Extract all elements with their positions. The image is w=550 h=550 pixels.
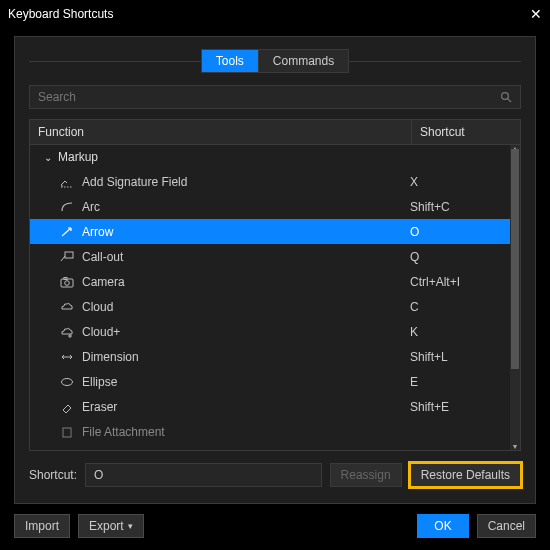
row-label: Cloud+ [82,325,410,339]
dimension-icon [58,351,76,363]
tabbar: Tools Commands [29,49,521,73]
table-row[interactable]: Dimension Shift+L [30,344,510,369]
table-row[interactable]: Arc Shift+C [30,194,510,219]
table-body: ⌄ Markup Add Signature Field X Arc Shift… [30,145,520,450]
row-container: ⌄ Markup Add Signature Field X Arc Shift… [30,145,510,450]
scrollbar[interactable]: ▴ ▾ [510,145,520,450]
row-shortcut: O [410,225,502,239]
row-shortcut: Shift+E [410,400,502,414]
camera-icon [58,276,76,288]
svg-point-12 [62,378,73,385]
reassign-button[interactable]: Reassign [330,463,402,487]
row-shortcut: Shift+C [410,200,502,214]
table-row[interactable]: Call-out Q [30,244,510,269]
table-row[interactable]: Camera Ctrl+Alt+I [30,269,510,294]
row-label: Arrow [82,225,410,239]
import-button[interactable]: Import [14,514,70,538]
row-label: Call-out [82,250,410,264]
export-button[interactable]: Export ▾ [78,514,144,538]
table-row[interactable]: Arrow O [30,219,510,244]
table-row[interactable]: Eraser Shift+E [30,394,510,419]
tab-group: Tools Commands [201,49,349,73]
scroll-down-icon[interactable]: ▾ [510,442,520,450]
cloud-plus-icon [58,326,76,338]
scroll-thumb[interactable] [511,149,519,369]
row-label: Arc [82,200,410,214]
row-label: Ellipse [82,375,410,389]
shortcut-editor: Shortcut: Reassign Restore Defaults [29,463,521,487]
chevron-down-icon: ▾ [128,521,133,531]
tab-tools[interactable]: Tools [202,50,258,72]
shortcut-label: Shortcut: [29,468,77,482]
close-icon[interactable]: ✕ [530,6,542,22]
table-row[interactable]: Cloud+ K [30,319,510,344]
column-shortcut[interactable]: Shortcut [412,120,520,144]
shortcut-table: Function Shortcut ⌄ Markup Add Signature… [29,119,521,451]
callout-icon [58,251,76,263]
titlebar: Keyboard Shortcuts ✕ [0,0,550,28]
svg-line-3 [62,228,71,236]
eraser-icon [58,401,76,413]
main-panel: Tools Commands Function Shortcut ⌄ Marku… [14,36,536,504]
dialog-title: Keyboard Shortcuts [8,7,113,21]
arrow-icon [58,226,76,238]
group-label: Markup [58,150,98,164]
row-shortcut: K [410,325,502,339]
arc-icon [58,201,76,213]
row-label: Cloud [82,300,410,314]
search-input[interactable] [38,90,500,104]
chevron-down-icon: ⌄ [44,152,52,163]
row-shortcut: Shift+L [410,350,502,364]
attachment-icon [58,426,76,438]
table-header: Function Shortcut [30,120,520,145]
tab-commands[interactable]: Commands [258,50,348,72]
row-shortcut: Q [410,250,502,264]
svg-point-0 [502,93,509,100]
row-label: Eraser [82,400,410,414]
restore-defaults-button[interactable]: Restore Defaults [410,463,521,487]
ellipse-icon [58,376,76,388]
export-label: Export [89,519,124,533]
table-row[interactable]: Ellipse E [30,369,510,394]
svg-rect-4 [65,252,73,258]
row-shortcut: Ctrl+Alt+I [410,275,502,289]
row-label: Add Signature Field [82,175,410,189]
column-function[interactable]: Function [30,120,412,144]
row-label: Camera [82,275,410,289]
row-shortcut: X [410,175,502,189]
row-label: Dimension [82,350,410,364]
row-shortcut: C [410,300,502,314]
svg-line-5 [61,256,65,261]
search-box[interactable] [29,85,521,109]
shortcut-input[interactable] [85,463,322,487]
table-row[interactable]: Cloud C [30,294,510,319]
table-row[interactable]: Add Signature Field X [30,169,510,194]
group-markup[interactable]: ⌄ Markup [30,145,510,169]
svg-rect-13 [63,428,71,437]
svg-line-1 [508,99,511,102]
cancel-button[interactable]: Cancel [477,514,536,538]
cloud-icon [58,301,76,313]
search-icon [500,91,512,103]
dialog-footer: Import Export ▾ OK Cancel [0,514,550,550]
signature-icon [58,176,76,188]
svg-point-7 [65,280,70,285]
ok-button[interactable]: OK [417,514,468,538]
dialog-window: Keyboard Shortcuts ✕ Tools Commands Func… [0,0,550,550]
row-label: File Attachment [82,425,410,439]
table-row[interactable]: File Attachment [30,419,510,444]
row-shortcut: E [410,375,502,389]
